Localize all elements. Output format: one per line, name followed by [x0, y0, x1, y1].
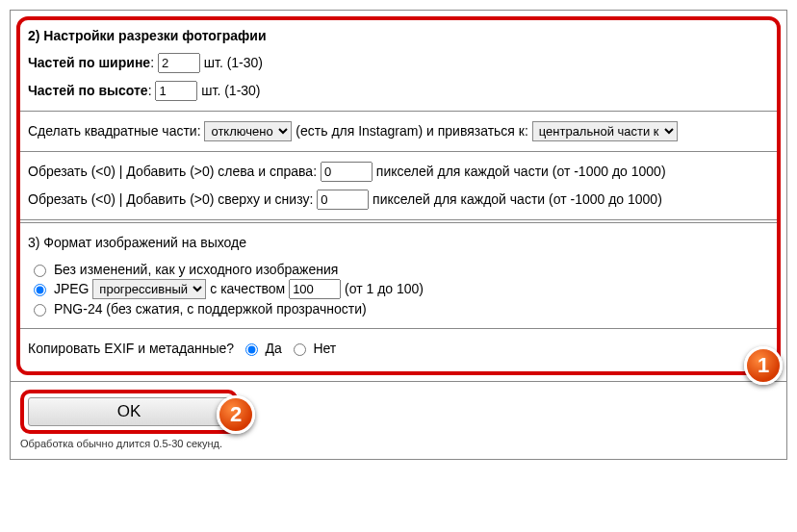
- crop-v-hint: пикселей для каждой части (от -1000 до 1…: [373, 191, 662, 207]
- height-row: Частей по высоте: шт. (1-30): [28, 81, 769, 101]
- section3-heading: 3) Формат изображений на выходе: [28, 233, 769, 252]
- callout-badge-1: 1: [744, 346, 783, 385]
- square-row: Сделать квадратные части: отключено (ест…: [28, 121, 769, 141]
- exif-row: Копировать EXIF и метаданные? Да Нет: [28, 339, 769, 358]
- square-select[interactable]: отключено: [204, 121, 292, 141]
- ok-highlight-box: OK 2: [20, 390, 238, 434]
- height-hint: шт. (1-30): [201, 83, 260, 98]
- width-input[interactable]: [158, 53, 200, 73]
- radio-no-change-label: Без изменений, как у исходного изображен…: [54, 262, 338, 277]
- square-label: Сделать квадратные части:: [28, 123, 201, 139]
- highlighted-settings-box: 2) Настройки разрезки фотографии Частей …: [16, 16, 781, 375]
- height-input[interactable]: [155, 81, 197, 101]
- submit-area: OK 2 Обработка обычно длится 0.5-30 секу…: [11, 381, 786, 459]
- exif-label: Копировать EXIF и метаданные?: [28, 341, 234, 356]
- callout-badge-2: 2: [217, 395, 255, 434]
- quality-hint: (от 1 до 100): [345, 281, 424, 296]
- width-row: Частей по ширине: шт. (1-30): [28, 53, 769, 73]
- quality-label: с качеством: [210, 281, 285, 296]
- crop-h-input[interactable]: [321, 162, 373, 182]
- radio-jpeg-prefix: JPEG: [54, 281, 90, 296]
- square-hint: (есть для Instagram) и привязаться к:: [296, 123, 528, 139]
- ok-button[interactable]: OK: [28, 397, 230, 426]
- jpeg-mode-select[interactable]: прогрессивный: [92, 279, 206, 299]
- form-panel: 2) Настройки разрезки фотографии Частей …: [10, 10, 787, 460]
- exif-no-label: Нет: [313, 341, 336, 356]
- crop-h-label: Обрезать (<0) | Добавить (>0) слева и сп…: [28, 164, 317, 179]
- anchor-select[interactable]: центральной части к: [532, 121, 678, 141]
- radio-png[interactable]: [34, 304, 46, 317]
- radio-jpeg[interactable]: [34, 284, 46, 296]
- format-options: Без изменений, как у исходного изображен…: [34, 260, 769, 318]
- crop-v-input[interactable]: [317, 190, 369, 210]
- divider-double: [20, 219, 777, 223]
- radio-exif-no[interactable]: [294, 343, 306, 356]
- crop-v-label: Обрезать (<0) | Добавить (>0) сверху и с…: [28, 191, 313, 207]
- exif-yes-label: Да: [266, 341, 282, 356]
- radio-exif-yes[interactable]: [245, 343, 258, 356]
- divider: [20, 151, 777, 152]
- width-hint: шт. (1-30): [204, 55, 263, 70]
- divider: [20, 328, 777, 329]
- height-label: Частей по высоте: [28, 83, 148, 98]
- radio-no-change[interactable]: [34, 265, 46, 277]
- radio-png-label: PNG-24 (без сжатия, с поддержкой прозрач…: [54, 301, 367, 317]
- processing-hint: Обработка обычно длится 0.5-30 секунд.: [20, 438, 777, 449]
- section2-heading: 2) Настройки разрезки фотографии: [28, 28, 769, 43]
- crop-h-row: Обрезать (<0) | Добавить (>0) слева и сп…: [28, 162, 769, 182]
- crop-h-hint: пикселей для каждой части (от -1000 до 1…: [376, 164, 666, 179]
- quality-input[interactable]: [289, 279, 341, 299]
- width-label: Частей по ширине: [28, 55, 150, 70]
- crop-v-row: Обрезать (<0) | Добавить (>0) сверху и с…: [28, 190, 769, 210]
- divider: [20, 111, 777, 112]
